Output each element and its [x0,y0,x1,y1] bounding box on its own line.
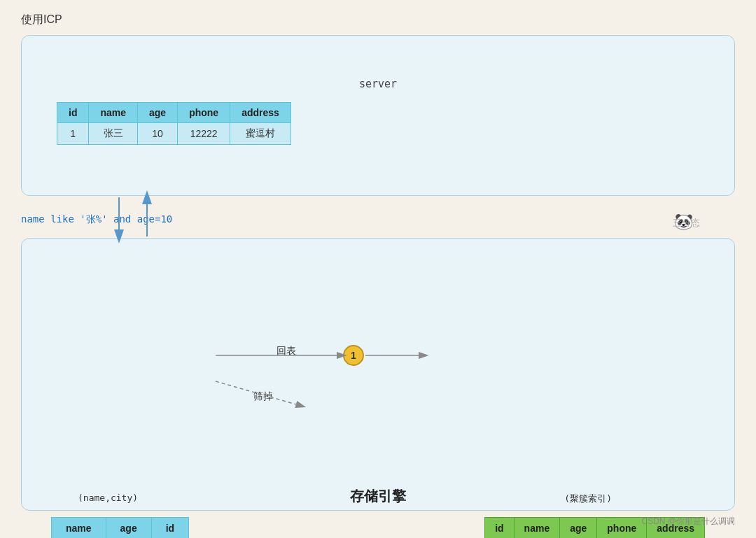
idx-col-age: age [106,518,151,539]
server-col-age: age [138,103,178,123]
footer-text: CSDN @你那是什么调调 [641,516,735,528]
server-col-phone: phone [178,103,230,123]
watermark-text: 三分态 [673,217,700,229]
cl-col-id: id [485,518,514,539]
server-box: server id name age phone address 1 张三 10… [21,35,735,196]
server-table: id name age phone address 1 张三 10 12222 … [57,102,291,145]
server-col-name: name [89,103,138,123]
cl-col-name: name [514,518,560,539]
server-cell-name: 张三 [89,123,138,145]
server-label: server [359,78,397,90]
engine-label: 存储引擎 [350,487,406,506]
server-col-id: id [57,103,89,123]
idx-col-id: id [151,518,188,539]
huitao-label: 回表 [276,345,296,358]
cl-col-phone: phone [597,518,647,539]
cl-col-age: age [560,518,597,539]
server-col-address: address [230,103,291,123]
server-cell-age: 10 [138,123,178,145]
idx-col-name: name [52,518,106,539]
server-cell-id: 1 [57,123,89,145]
name-city-label: (name,city) [78,493,138,503]
server-row-1: 1 张三 10 12222 蜜逗村 [57,123,291,145]
server-cell-phone: 12222 [178,123,230,145]
clustered-index-label: (聚簇索引) [564,493,612,505]
index-table: name age id 张三 10 1 张猛 16 4 李四 12 2 王五 [51,517,189,538]
page-title: 使用ICP [21,13,62,27]
server-cell-address: 蜜逗村 [230,123,291,145]
engine-box: 存储引擎 (name,city) (聚簇索引) name age id 张三 1… [21,238,735,511]
shaidiao-label: 筛掉 [253,390,273,403]
circle-badge: 1 [343,345,364,366]
query-label: name like '张%' and age=10 [21,213,172,226]
